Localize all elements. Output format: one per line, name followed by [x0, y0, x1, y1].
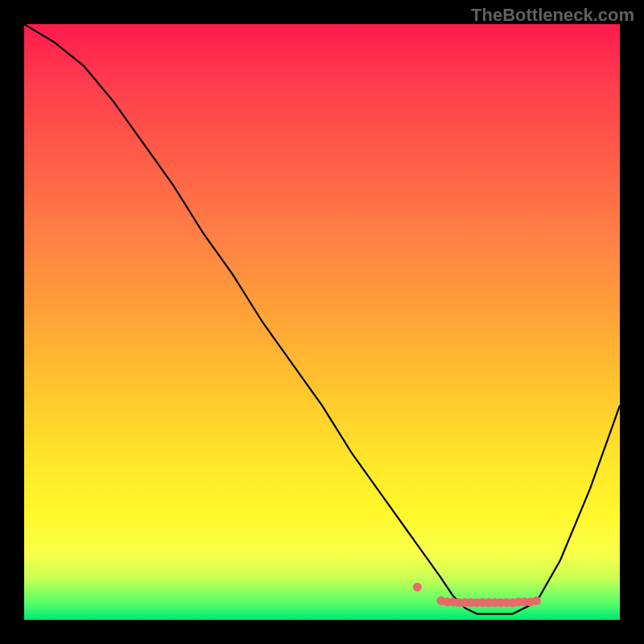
highlight-dot [532, 597, 541, 605]
bottleneck-curve [24, 24, 620, 614]
chart-svg [24, 24, 620, 620]
highlight-dots [413, 583, 541, 607]
highlight-dot [413, 583, 422, 592]
chart-plot-area [24, 24, 620, 620]
watermark-text: TheBottleneck.com [471, 5, 634, 26]
